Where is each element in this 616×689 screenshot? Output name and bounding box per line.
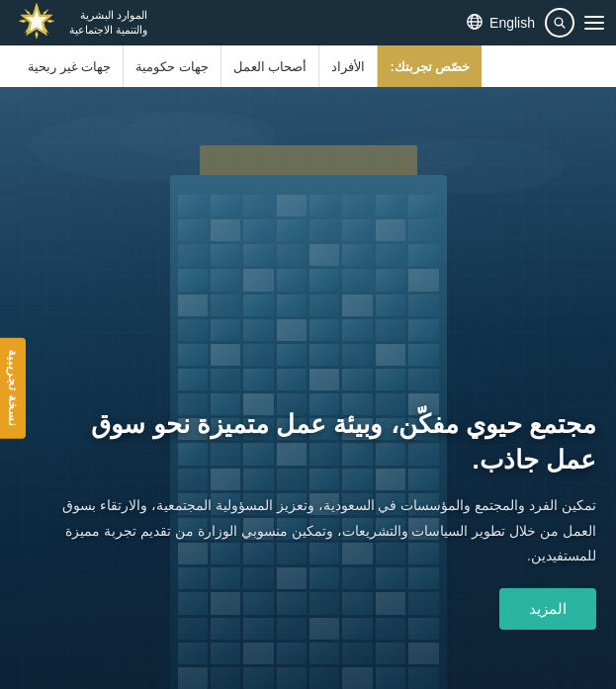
logo-line1: الموارد البشرية <box>69 8 147 23</box>
nav-item-employers[interactable]: أصحاب العمل <box>220 45 319 87</box>
logo-line2: والتنمية الاجتماعية <box>69 23 147 38</box>
language-label: English <box>489 15 535 31</box>
svg-marker-16 <box>25 9 32 16</box>
language-selector[interactable]: English <box>466 13 535 34</box>
top-bar: English الموارد البشرية والتنمية الاجتما… <box>0 0 616 45</box>
hero-content: مجتمع حيوي مفكّن، وبيئة عمل متميزة نحو س… <box>49 406 596 630</box>
nav-item-personalize[interactable]: خصّص تجربتك: <box>377 45 482 87</box>
hero-cta-button[interactable]: المزيد <box>499 588 596 630</box>
nav-item-government[interactable]: جهات حكومية <box>123 45 220 87</box>
hamburger-menu-button[interactable] <box>584 16 604 30</box>
search-button[interactable] <box>545 8 574 38</box>
nav-item-nonprofit[interactable]: جهات غير ربحية <box>16 45 123 87</box>
beta-badge: نسخة تجريبية <box>0 337 26 438</box>
hero-title: مجتمع حيوي مفكّن، وبيئة عمل متميزة نحو س… <box>49 406 596 478</box>
nav-label-nonprofit: جهات غير ربحية <box>28 59 111 74</box>
svg-marker-10 <box>46 20 54 23</box>
top-bar-left: English <box>466 8 604 38</box>
hero-description: تمكين الفرد والمجتمع والمؤسسات في السعود… <box>49 493 596 568</box>
nav-label-individuals: الأفراد <box>331 59 365 74</box>
svg-line-1 <box>562 25 565 28</box>
svg-marker-13 <box>43 9 49 16</box>
svg-marker-11 <box>35 31 38 39</box>
hero-section: نسخة تجريبية مجتمع حيوي مفكّن، وبيئة عمل… <box>0 87 616 689</box>
nav-label-personalize: خصّص تجربتك: <box>390 59 470 74</box>
svg-marker-12 <box>19 20 27 23</box>
logo-text: الموارد البشرية والتنمية الاجتماعية <box>69 8 147 39</box>
nav-label-government: جهات حكومية <box>135 59 209 74</box>
nav-bar: خصّص تجربتك: الأفراد أصحاب العمل جهات حك… <box>0 45 616 87</box>
beta-label: نسخة تجريبية <box>6 349 20 426</box>
logo-star-icon <box>12 0 61 47</box>
nav-item-individuals[interactable]: الأفراد <box>318 45 377 87</box>
globe-icon <box>466 13 484 34</box>
nav-label-employers: أصحاب العمل <box>233 59 308 74</box>
top-bar-right: الموارد البشرية والتنمية الاجتماعية <box>12 0 147 47</box>
